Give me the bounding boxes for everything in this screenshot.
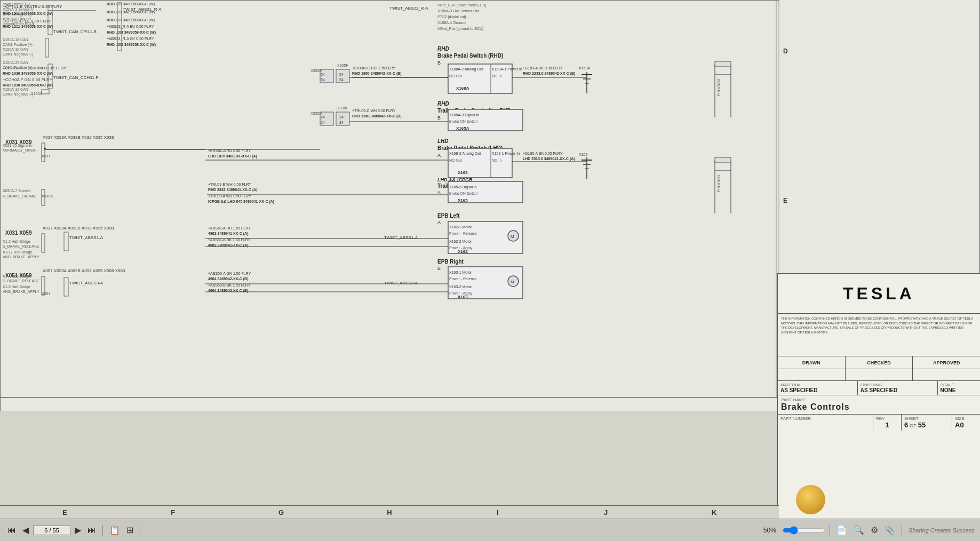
size-value: A0 (955, 421, 977, 429)
of-label: OF (910, 423, 917, 428)
svg-text:54: 54 (339, 78, 344, 82)
svg-text:X031-25 Signal In: X031-25 Signal In (3, 144, 33, 148)
svg-text:X037  X033A  X033B  X032  X035: X037 X033A X033B X032 X035 X038 (43, 226, 114, 230)
svg-text:+BRX02-C  RD  0.35  FLRY: +BRX02-C RD 0.35 FLRY (352, 66, 395, 70)
svg-text:ICPGB && LHD  645  3489041-XX-: ICPGB && LHD 645 3489041-XX-C (A) (208, 200, 274, 204)
prev-page-button[interactable]: ◀ (20, 524, 31, 536)
separator-3 (830, 525, 830, 536)
svg-text:X158A-3 Hall Sensor Out: X158A-3 Hall Sensor Out (437, 9, 480, 13)
svg-text:TWIST_ABSS1-A: TWIST_ABSS1-A (384, 235, 418, 240)
copy-button[interactable]: 📋 (107, 524, 122, 536)
sheet-label: SHEET (904, 416, 919, 421)
toolbar-icon-4[interactable]: 📎 (882, 524, 897, 536)
svg-text:PTS2 [digital out]: PTS2 [digital out] (437, 15, 466, 19)
svg-text:X162-2 Motor: X162-2 Motor (449, 240, 472, 243)
row-label-i: I (443, 508, 552, 516)
svg-text:NO Out: NO Out (449, 158, 462, 162)
svg-text:24: 24 (339, 115, 344, 119)
svg-text:X168A-2 Analog Out: X168A-2 Analog Out (449, 67, 483, 71)
svg-text:X163-1 Motor: X163-1 Motor (449, 270, 472, 274)
svg-text:RHD  1036  3489058-XX-C (W): RHD 1036 3489058-XX-C (W) (3, 83, 53, 87)
svg-text:EPB Left: EPB Left (437, 213, 460, 219)
svg-text:M: M (511, 234, 514, 239)
svg-text:X165-3 Digital In: X165-3 Digital In (449, 185, 477, 189)
svg-text:X168-2 Analog Out: X168-2 Analog Out (449, 152, 481, 156)
svg-text:VRef_USV [power from ECU]: VRef_USV [power from ECU] (437, 3, 486, 7)
next-page-button[interactable]: ▶ (73, 524, 83, 536)
row-label-g: G (227, 508, 336, 516)
svg-rect-200 (715, 61, 731, 67)
svg-text:D: D (783, 47, 788, 55)
fit-button[interactable]: ⊞ (124, 524, 136, 536)
title-block: TESLA THE INFORMATION CONTAINED HEREIN I… (777, 273, 980, 519)
svg-text:B: B (437, 266, 441, 271)
scale-label: SCALE (941, 383, 977, 387)
svg-text:EPB Right: EPB Right (437, 259, 464, 265)
row-label-f: F (119, 508, 227, 516)
svg-text:X163: X163 (458, 295, 468, 299)
zoom-slider[interactable] (783, 526, 825, 535)
first-page-button[interactable]: ⏮ (5, 524, 18, 536)
svg-text:X150A-18 CAN: X150A-18 CAN (3, 38, 28, 42)
svg-text:PIN1G032: PIN1G032 (717, 78, 721, 96)
svg-text:X935M: X935M (310, 112, 322, 115)
svg-text:+ABS53-A  GN  1.50  FLRY: +ABS53-A GN 1.50 FLRY (208, 272, 251, 275)
svg-text:A: A (437, 220, 441, 225)
toolbar-icon-1[interactable]: 📄 (834, 524, 849, 536)
svg-text:X158A-4 Ground: X158A-4 Ground (437, 21, 466, 25)
svg-text:+G193-A  BK  0.35  FLRY: +G193-A BK 0.35 FLRY (523, 152, 563, 155)
golden-circle-logo (796, 485, 825, 514)
svg-text:NO In: NO In (492, 74, 501, 78)
disclaimer-text: THE INFORMATION CONTAINED HEREIN IS DEEM… (781, 316, 977, 335)
separator-2 (140, 525, 140, 536)
svg-text:24: 24 (339, 121, 344, 124)
svg-text:power from ECU: power from ECU (3, 2, 30, 6)
svg-text:RHD: RHD (437, 46, 449, 52)
approved-label: APPROVED (933, 360, 960, 365)
svg-text:+TRL09-B  WH  0.50  FLRY: +TRL09-B WH 0.50 FLRY (208, 182, 251, 186)
svg-text:Brake ON Switch: Brake ON Switch (449, 120, 477, 123)
svg-text:X168A-1 Power In: X168A-1 Power In (492, 67, 522, 71)
svg-text:X1-4 Half-Bridge: X1-4 Half-Bridge (3, 274, 30, 279)
row-label-h: H (336, 508, 444, 516)
row-label-j: J (552, 508, 660, 516)
sheet-value: 6 (904, 421, 908, 429)
svg-text:Power - Release: Power - Release (449, 232, 477, 235)
row-label-k: K (660, 508, 768, 516)
svg-text:X031: X031 (42, 154, 50, 158)
svg-text:X150A-16 CAN: X150A-16 CAN (3, 87, 28, 91)
svg-text:RHD  1036  3489058-XX-C (W): RHD 1036 3489058-XX-C (W) (3, 71, 53, 76)
finishing-value: AS SPECIFIED (861, 387, 935, 393)
svg-text:TWIST_CAN_CCH01-F: TWIST_CAN_CCH01-F (53, 75, 99, 80)
svg-text:24: 24 (321, 115, 325, 119)
svg-text:X165A-3 Digital In: X165A-3 Digital In (449, 113, 480, 117)
svg-text:TWIST_ABS21_R-A: TWIST_ABS21_R-A (389, 6, 428, 11)
svg-text:X1-2 Half-Bridge: X1-2 Half-Bridge (3, 240, 30, 244)
svg-text:RHD  2233.0  3489042-XX-C (B): RHD 2233.0 3489042-XX-C (B) (523, 71, 575, 76)
last-page-button[interactable]: ⏭ (85, 524, 98, 536)
svg-text:+CCH02-F  GN  0.35  FLRY: +CCH02-F GN 0.35 FLRY (3, 77, 53, 82)
rev-label: REV (876, 416, 898, 421)
toolbar-icon-3[interactable]: ⚙ (869, 524, 880, 536)
svg-text:NO Out: NO Out (449, 74, 462, 78)
svg-text:+ABS24_R-A  GY  0.50  FLRY: +ABS24_R-A GY 0.50 FLRY (107, 37, 154, 41)
svg-text:VNG_BRAKE_APPLY: VNG_BRAKE_APPLY (3, 255, 39, 259)
svg-text:54: 54 (321, 73, 325, 76)
svg-text:RHD: RHD (107, 2, 115, 6)
svg-text:4862  3489041-XX-C (A): 4862 3489041-XX-C (A) (208, 232, 249, 236)
svg-text:S_BRAKE_RELEASE: S_BRAKE_RELEASE (3, 244, 39, 249)
separator-4 (902, 525, 902, 536)
page-input[interactable] (33, 526, 70, 535)
svg-text:X030A-7 Special: X030A-7 Special (3, 189, 31, 193)
svg-text:A: A (437, 153, 441, 158)
material-value: AS SPECIFIED (780, 387, 855, 393)
svg-text:X150A-8 Ground: X150A-8 Ground (3, 17, 31, 21)
part-name-label: PART NAME (781, 397, 977, 402)
svg-text:VNG_BRAKE_APPLY: VNG_BRAKE_APPLY (3, 290, 39, 294)
row-label-e: E (11, 508, 119, 516)
size-label: SIZE (955, 416, 977, 421)
svg-text:E: E (783, 197, 787, 204)
toolbar-icon-2[interactable]: 🔍 (851, 524, 866, 536)
svg-text:NORMALLY_OPEN: NORMALLY_OPEN (3, 148, 36, 153)
sharing-text: Sharing Creates Success (909, 527, 975, 534)
